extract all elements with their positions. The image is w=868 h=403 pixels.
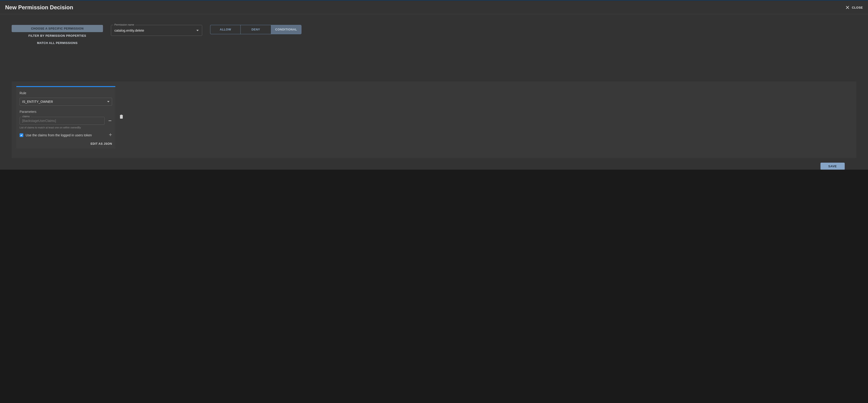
plus-icon	[109, 133, 112, 136]
permission-name-value: catalog.entity.delete	[114, 29, 144, 32]
permission-name-column: Permission name catalog.entity.delete	[111, 25, 202, 36]
close-icon	[845, 5, 849, 9]
decision-deny[interactable]: DENY	[240, 25, 271, 34]
save-button[interactable]: SAVE	[820, 163, 845, 170]
check-icon	[20, 134, 23, 136]
modal-title: New Permission Decision	[5, 4, 73, 11]
chevron-down-icon	[107, 101, 110, 102]
add-claim-button[interactable]	[109, 133, 112, 137]
rule-select[interactable]: IS_ENTITY_OWNER	[20, 98, 112, 106]
match-mode-all[interactable]: MATCH ALL PERMISSIONS	[12, 39, 103, 46]
rule-card: Rule IS_ENTITY_OWNER Parameters claims	[16, 86, 115, 149]
decision-allow[interactable]: ALLOW	[210, 25, 240, 34]
claims-input-wrap: claims	[20, 117, 104, 125]
match-mode-specific[interactable]: CHOOSE A SPECIFIC PERMISSION	[12, 25, 103, 32]
modal-header: New Permission Decision CLOSE	[0, 0, 868, 14]
close-button[interactable]: CLOSE	[845, 5, 863, 9]
rule-select-value: IS_ENTITY_OWNER	[22, 100, 53, 104]
claims-row: claims	[20, 117, 112, 125]
decision-column: ALLOW DENY CONDITIONAL	[210, 25, 302, 34]
claims-field-label: claims	[22, 115, 31, 118]
modal-footer: SAVE	[12, 163, 856, 170]
decision-conditional[interactable]: CONDITIONAL	[271, 25, 301, 34]
rules-area: Rule IS_ENTITY_OWNER Parameters claims	[12, 81, 856, 158]
parameters-label: Parameters	[20, 110, 112, 113]
chevron-down-icon	[196, 30, 199, 31]
remove-claim-button[interactable]	[108, 119, 112, 123]
modal-body: CHOOSE A SPECIFIC PERMISSION FILTER BY P…	[0, 14, 868, 170]
match-mode-filter[interactable]: FILTER BY PERMISSION PROPERTIES	[12, 32, 103, 39]
trash-icon	[120, 114, 123, 119]
use-claims-row: Use the claims from the logged in users …	[20, 133, 112, 137]
claims-helper-text: List of claims to match at least one on …	[20, 126, 112, 129]
delete-rule-button[interactable]	[120, 114, 123, 120]
permission-name-select[interactable]: Permission name catalog.entity.delete	[111, 25, 202, 36]
rule-section-label: Rule	[20, 91, 112, 95]
permission-name-label: Permission name	[114, 23, 135, 26]
claims-input[interactable]	[20, 117, 104, 125]
config-row: CHOOSE A SPECIFIC PERMISSION FILTER BY P…	[12, 25, 856, 46]
edit-as-json-button[interactable]: EDIT AS JSON	[20, 142, 112, 145]
use-logged-in-claims-label: Use the claims from the logged in users …	[26, 133, 92, 137]
minus-icon	[108, 119, 112, 123]
new-permission-decision-modal: New Permission Decision CLOSE CHOOSE A S…	[0, 0, 868, 170]
match-mode-column: CHOOSE A SPECIFIC PERMISSION FILTER BY P…	[12, 25, 103, 46]
close-label: CLOSE	[852, 6, 863, 9]
decision-toggle-group: ALLOW DENY CONDITIONAL	[210, 25, 302, 34]
use-logged-in-claims-checkbox[interactable]	[20, 133, 23, 137]
